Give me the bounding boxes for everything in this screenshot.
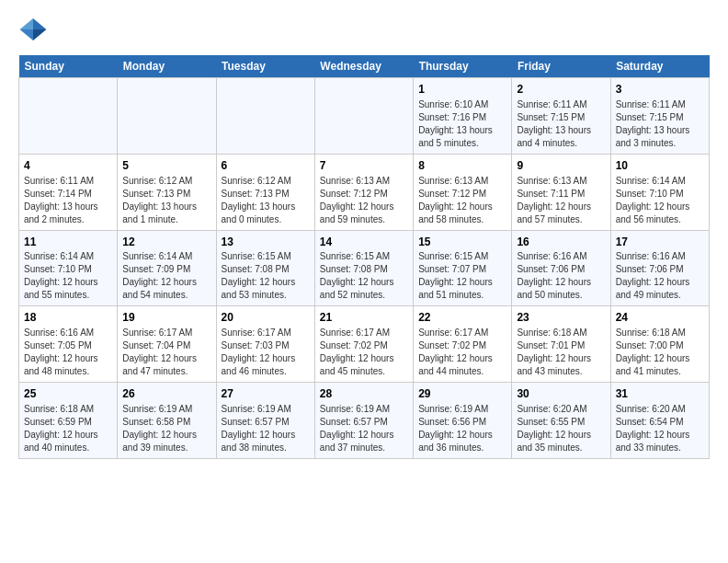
day-number: 12 — [122, 235, 210, 250]
day-cell: 23Sunrise: 6:18 AM Sunset: 7:01 PM Dayli… — [512, 306, 610, 383]
day-number: 14 — [320, 235, 408, 250]
day-cell: 27Sunrise: 6:19 AM Sunset: 6:57 PM Dayli… — [216, 383, 314, 459]
day-cell: 19Sunrise: 6:17 AM Sunset: 7:04 PM Dayli… — [118, 306, 216, 383]
week-row-1: 1Sunrise: 6:10 AM Sunset: 7:16 PM Daylig… — [19, 78, 710, 155]
day-info: Sunrise: 6:16 AM Sunset: 7:06 PM Dayligh… — [616, 250, 704, 302]
day-header-monday: Monday — [118, 55, 216, 78]
day-info: Sunrise: 6:14 AM Sunset: 7:10 PM Dayligh… — [616, 175, 704, 226]
day-cell: 25Sunrise: 6:18 AM Sunset: 6:59 PM Dayli… — [19, 383, 118, 459]
day-info: Sunrise: 6:19 AM Sunset: 6:57 PM Dayligh… — [222, 403, 310, 454]
day-info: Sunrise: 6:13 AM Sunset: 7:11 PM Dayligh… — [517, 175, 605, 226]
day-info: Sunrise: 6:11 AM Sunset: 7:15 PM Dayligh… — [616, 98, 704, 150]
day-info: Sunrise: 6:13 AM Sunset: 7:12 PM Dayligh… — [320, 175, 408, 226]
day-cell: 3Sunrise: 6:11 AM Sunset: 7:15 PM Daylig… — [610, 78, 709, 155]
day-number: 18 — [24, 310, 112, 326]
day-info: Sunrise: 6:18 AM Sunset: 7:01 PM Dayligh… — [517, 327, 605, 378]
logo — [18, 15, 51, 44]
day-cell: 12Sunrise: 6:14 AM Sunset: 7:09 PM Dayli… — [118, 230, 216, 306]
day-header-thursday: Thursday — [414, 55, 512, 78]
day-info: Sunrise: 6:19 AM Sunset: 6:58 PM Dayligh… — [122, 403, 210, 454]
day-info: Sunrise: 6:20 AM Sunset: 6:55 PM Dayligh… — [517, 403, 605, 454]
day-number: 27 — [222, 386, 310, 402]
day-header-saturday: Saturday — [610, 55, 709, 78]
day-number: 19 — [122, 310, 210, 326]
day-cell: 20Sunrise: 6:17 AM Sunset: 7:03 PM Dayli… — [216, 306, 314, 383]
day-number: 25 — [24, 386, 112, 402]
day-cell — [314, 78, 413, 155]
day-info: Sunrise: 6:14 AM Sunset: 7:09 PM Dayligh… — [122, 250, 210, 302]
svg-marker-5 — [20, 29, 33, 40]
day-cell: 7Sunrise: 6:13 AM Sunset: 7:12 PM Daylig… — [314, 154, 413, 230]
week-row-5: 25Sunrise: 6:18 AM Sunset: 6:59 PM Dayli… — [19, 383, 710, 459]
day-cell: 6Sunrise: 6:12 AM Sunset: 7:13 PM Daylig… — [216, 154, 314, 230]
day-info: Sunrise: 6:19 AM Sunset: 6:57 PM Dayligh… — [320, 403, 408, 454]
day-cell: 1Sunrise: 6:10 AM Sunset: 7:16 PM Daylig… — [414, 78, 512, 155]
day-cell: 21Sunrise: 6:17 AM Sunset: 7:02 PM Dayli… — [314, 306, 413, 383]
day-header-wednesday: Wednesday — [314, 55, 413, 78]
day-number: 16 — [517, 235, 605, 250]
svg-marker-4 — [20, 18, 33, 29]
day-cell: 26Sunrise: 6:19 AM Sunset: 6:58 PM Dayli… — [118, 383, 216, 459]
day-number: 10 — [616, 158, 704, 174]
day-info: Sunrise: 6:14 AM Sunset: 7:10 PM Dayligh… — [24, 250, 112, 302]
day-number: 26 — [122, 386, 210, 402]
day-info: Sunrise: 6:11 AM Sunset: 7:15 PM Dayligh… — [517, 98, 605, 150]
day-header-friday: Friday — [512, 55, 610, 78]
header — [18, 15, 710, 44]
day-cell: 17Sunrise: 6:16 AM Sunset: 7:06 PM Dayli… — [610, 230, 709, 306]
day-info: Sunrise: 6:18 AM Sunset: 7:00 PM Dayligh… — [616, 327, 704, 378]
day-number: 20 — [222, 310, 310, 326]
day-cell: 18Sunrise: 6:16 AM Sunset: 7:05 PM Dayli… — [19, 306, 118, 383]
day-number: 9 — [517, 158, 605, 174]
day-number: 21 — [320, 310, 408, 326]
day-number: 30 — [517, 386, 605, 402]
day-cell: 15Sunrise: 6:15 AM Sunset: 7:07 PM Dayli… — [414, 230, 512, 306]
day-info: Sunrise: 6:17 AM Sunset: 7:03 PM Dayligh… — [222, 327, 310, 378]
day-number: 5 — [122, 158, 210, 174]
day-number: 17 — [616, 235, 704, 250]
day-number: 15 — [418, 235, 506, 250]
day-info: Sunrise: 6:17 AM Sunset: 7:04 PM Dayligh… — [122, 327, 210, 378]
week-row-4: 18Sunrise: 6:16 AM Sunset: 7:05 PM Dayli… — [19, 306, 710, 383]
day-number: 4 — [24, 158, 112, 174]
day-cell — [216, 78, 314, 155]
day-cell: 24Sunrise: 6:18 AM Sunset: 7:00 PM Dayli… — [610, 306, 709, 383]
day-info: Sunrise: 6:16 AM Sunset: 7:06 PM Dayligh… — [517, 250, 605, 302]
day-cell: 14Sunrise: 6:15 AM Sunset: 7:08 PM Dayli… — [314, 230, 413, 306]
day-number: 22 — [418, 310, 506, 326]
day-cell — [118, 78, 216, 155]
day-info: Sunrise: 6:18 AM Sunset: 6:59 PM Dayligh… — [24, 403, 112, 454]
day-cell: 2Sunrise: 6:11 AM Sunset: 7:15 PM Daylig… — [512, 78, 610, 155]
day-number: 13 — [222, 235, 310, 250]
day-header-tuesday: Tuesday — [216, 55, 314, 78]
day-cell: 4Sunrise: 6:11 AM Sunset: 7:14 PM Daylig… — [19, 154, 118, 230]
logo-icon — [18, 15, 48, 44]
day-header-sunday: Sunday — [19, 55, 118, 78]
day-info: Sunrise: 6:16 AM Sunset: 7:05 PM Dayligh… — [24, 327, 112, 378]
day-cell: 9Sunrise: 6:13 AM Sunset: 7:11 PM Daylig… — [512, 154, 610, 230]
svg-marker-2 — [33, 18, 46, 29]
day-cell — [19, 78, 118, 155]
day-number: 23 — [517, 310, 605, 326]
calendar-table: SundayMondayTuesdayWednesdayThursdayFrid… — [18, 55, 710, 459]
day-info: Sunrise: 6:12 AM Sunset: 7:13 PM Dayligh… — [222, 175, 310, 226]
day-number: 11 — [24, 235, 112, 250]
day-cell: 13Sunrise: 6:15 AM Sunset: 7:08 PM Dayli… — [216, 230, 314, 306]
day-info: Sunrise: 6:13 AM Sunset: 7:12 PM Dayligh… — [418, 175, 506, 226]
day-info: Sunrise: 6:15 AM Sunset: 7:07 PM Dayligh… — [418, 250, 506, 302]
day-info: Sunrise: 6:20 AM Sunset: 6:54 PM Dayligh… — [616, 403, 704, 454]
day-number: 24 — [616, 310, 704, 326]
day-number: 29 — [418, 386, 506, 402]
day-info: Sunrise: 6:11 AM Sunset: 7:14 PM Dayligh… — [24, 175, 112, 226]
day-cell: 31Sunrise: 6:20 AM Sunset: 6:54 PM Dayli… — [610, 383, 709, 459]
day-cell: 28Sunrise: 6:19 AM Sunset: 6:57 PM Dayli… — [314, 383, 413, 459]
day-number: 31 — [616, 386, 704, 402]
svg-marker-3 — [33, 29, 46, 40]
day-info: Sunrise: 6:17 AM Sunset: 7:02 PM Dayligh… — [418, 327, 506, 378]
day-cell: 5Sunrise: 6:12 AM Sunset: 7:13 PM Daylig… — [118, 154, 216, 230]
page: SundayMondayTuesdayWednesdayThursdayFrid… — [0, 0, 728, 468]
day-cell: 11Sunrise: 6:14 AM Sunset: 7:10 PM Dayli… — [19, 230, 118, 306]
day-info: Sunrise: 6:17 AM Sunset: 7:02 PM Dayligh… — [320, 327, 408, 378]
day-cell: 8Sunrise: 6:13 AM Sunset: 7:12 PM Daylig… — [414, 154, 512, 230]
day-info: Sunrise: 6:10 AM Sunset: 7:16 PM Dayligh… — [418, 98, 506, 150]
